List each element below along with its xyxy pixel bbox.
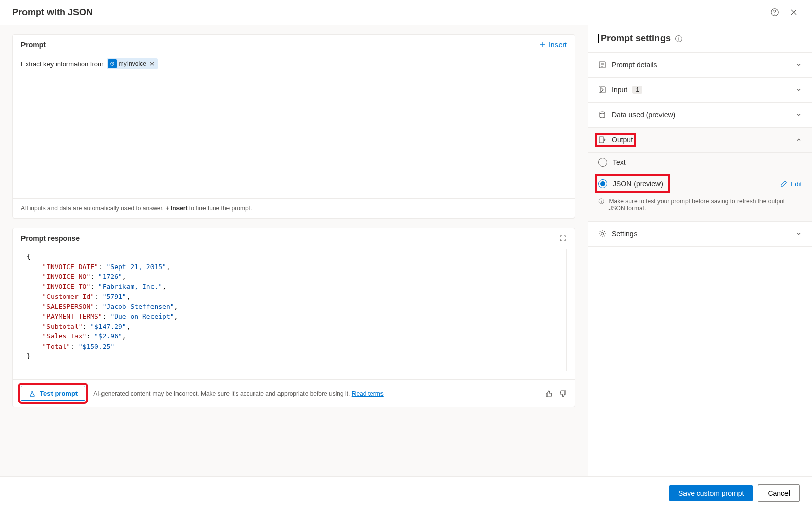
input-chip[interactable]: myInvoice [107,58,158,69]
read-terms-link[interactable]: Read terms [352,390,384,397]
thumbs-up-icon[interactable] [545,390,553,398]
thumbs-down-icon[interactable] [559,390,567,398]
gear-icon [598,230,606,238]
prompt-card: Prompt Insert Extract key information fr… [12,34,575,219]
chevron-down-icon [796,62,802,68]
output-icon [598,136,606,144]
settings-item-details[interactable]: Prompt details [588,53,812,78]
response-card: Prompt response { "INVOICE DATE": "Sept … [12,228,575,407]
svg-point-1 [774,14,775,15]
settings-item-input[interactable]: Input 1 [588,78,812,103]
prompt-editor[interactable]: Extract key information from myInvoice [13,55,575,198]
page-header: Prompt with JSON [0,0,812,25]
expand-icon[interactable] [559,234,567,243]
chip-remove-icon[interactable] [149,61,155,66]
database-icon [598,111,606,119]
output-option-json[interactable]: JSON (preview) Edit [588,172,812,196]
radio-unselected[interactable] [598,158,607,167]
insert-button[interactable]: Insert [539,41,567,49]
edit-button[interactable]: Edit [780,180,802,188]
chip-doc-icon [108,59,117,68]
chevron-down-icon [796,231,802,237]
page-title: Prompt with JSON [12,7,93,18]
svg-rect-5 [600,87,605,93]
disclaimer-text: AI-generated content may be incorrect. M… [93,390,537,397]
input-icon [598,86,606,94]
chevron-down-icon [796,112,802,118]
chevron-up-icon [796,137,802,143]
settings-panel: Prompt settings Prompt details Input 1 D… [588,25,812,476]
save-button[interactable]: Save custom prompt [669,485,753,501]
output-option-text[interactable]: Text [588,153,812,172]
response-card-title: Prompt response [21,234,80,243]
details-icon [598,61,606,69]
radio-selected[interactable] [598,179,607,188]
prompt-hint: All inputs and data are automatically us… [13,198,575,218]
settings-item-settings[interactable]: Settings [588,222,812,247]
close-icon[interactable] [788,6,800,18]
prompt-card-title: Prompt [21,41,46,49]
response-json-viewer: { "INVOICE DATE": "Sept 21, 2015", "INVO… [21,249,567,371]
output-info: Make sure to test your prompt before sav… [588,196,812,218]
svg-point-9 [601,233,604,235]
cancel-button[interactable]: Cancel [758,484,800,502]
svg-rect-7 [599,137,604,143]
pencil-icon [780,180,788,187]
settings-item-output[interactable]: Output [588,128,812,153]
test-prompt-button[interactable]: Test prompt [21,386,85,401]
input-count-badge: 1 [632,86,642,94]
help-icon[interactable] [768,6,781,19]
chevron-down-icon [796,87,802,93]
info-icon [598,198,605,205]
svg-point-6 [600,112,605,114]
settings-item-data-used[interactable]: Data used (preview) [588,103,812,128]
page-footer: Save custom prompt Cancel [0,476,812,509]
info-icon[interactable] [675,35,683,43]
settings-panel-title: Prompt settings [588,25,812,53]
